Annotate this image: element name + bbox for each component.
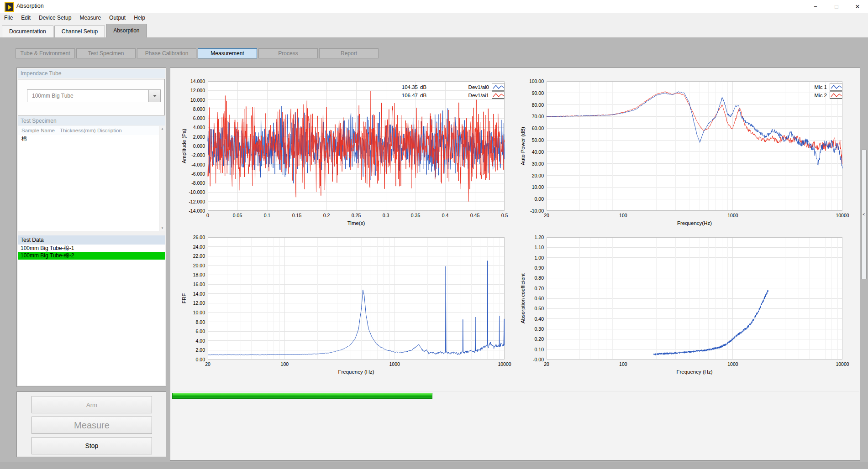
y-tick-label: 100.00: [516, 78, 544, 84]
x-tick-label: 0.3: [383, 213, 389, 218]
y-tick-label: 0.30: [516, 326, 544, 332]
y-tick-label: -0.00: [516, 357, 544, 362]
legend-plot-icon: [830, 91, 842, 99]
y-tick-label: -10.00: [516, 208, 544, 214]
y-axis-label: Amplitude (Pa): [181, 129, 187, 163]
y-tick-label: 1.10: [516, 245, 544, 250]
y-tick-label: 6.00: [178, 328, 205, 334]
x-tick-label: 0: [206, 213, 209, 218]
x-tick-label: 0.15: [292, 213, 301, 218]
x-tick-label: 10000: [836, 361, 849, 367]
legend-label: Mic 1: [791, 84, 830, 90]
x-tick-label: 0.1: [264, 213, 271, 218]
time-chart: [208, 81, 505, 211]
y-tick-label: 20.00: [178, 263, 205, 268]
auto-chart: [547, 81, 842, 211]
y-tick-label: 22.00: [178, 253, 205, 259]
legend-plot-icon: [492, 83, 505, 91]
channel-readout: 104.35dBDev1/ai0: [391, 83, 505, 91]
x-tick-label: 100: [281, 361, 289, 367]
x-tick-label: 0.2: [323, 213, 330, 218]
readout-value: 106.47: [391, 93, 418, 98]
x-tick-label: 1000: [389, 361, 400, 367]
legend-label: Mic 2: [791, 93, 830, 98]
frf-chart: [208, 237, 505, 360]
y-tick-label: 8.00: [178, 319, 205, 325]
y-tick-label: -12.000: [178, 199, 205, 204]
x-tick-label: 20: [544, 213, 549, 218]
x-axis-label: Time(s): [347, 220, 365, 226]
y-tick-label: 80.00: [516, 102, 544, 108]
y-tick-label: -10.000: [178, 189, 205, 195]
y-axis-label: Absorption coefficient: [520, 273, 526, 323]
x-tick-label: 10000: [498, 361, 511, 367]
y-tick-label: 24.00: [178, 244, 205, 250]
readout-unit: dB: [418, 84, 431, 90]
y-axis-label: Auto Power (dB): [520, 127, 526, 165]
channel-name: Dev1/ai0: [431, 84, 492, 90]
y-tick-label: 18.00: [178, 272, 205, 277]
y-tick-label: 16.00: [178, 281, 205, 287]
y-tick-label: 0.10: [516, 347, 544, 352]
x-tick-label: 0.5: [501, 213, 508, 218]
readout-value: 104.35: [391, 84, 418, 90]
y-tick-label: 0.20: [516, 336, 544, 342]
y-tick-label: 1.20: [516, 234, 544, 240]
y-tick-label: 14.000: [178, 78, 205, 84]
y-tick-label: 20.00: [516, 173, 544, 178]
y-tick-label: 0.00: [516, 196, 544, 202]
y-tick-label: 1.00: [516, 255, 544, 261]
x-tick-label: 1000: [727, 213, 738, 218]
y-tick-label: 10.000: [178, 97, 205, 103]
legend-plot-icon: [830, 83, 842, 91]
tab-absorption[interactable]: Absorption: [106, 24, 147, 37]
x-tick-label: 1000: [727, 361, 738, 367]
x-tick-label: 0.25: [352, 213, 361, 218]
legend-plot-icon: [492, 91, 505, 99]
right-panel-expander[interactable]: <: [861, 150, 867, 279]
x-tick-label: 0.35: [411, 213, 420, 218]
y-tick-label: -8.000: [178, 180, 205, 186]
x-axis-label: Frequency (Hz): [338, 369, 374, 375]
x-tick-label: 0.45: [470, 213, 479, 218]
y-tick-label: 2.00: [178, 347, 205, 353]
x-tick-label: 100: [619, 361, 627, 367]
legend-entry: Mic 1: [791, 83, 842, 91]
y-tick-label: -6.000: [178, 171, 205, 177]
bottom-strip: 画图: [0, 462, 868, 469]
x-axis-label: Frequency(Hz): [677, 220, 712, 226]
y-tick-label: 0.00: [178, 357, 205, 362]
legend-entry: Mic 2: [791, 91, 842, 99]
y-axis-label: FRF: [181, 293, 187, 303]
y-tick-label: 6.000: [178, 115, 205, 121]
y-tick-label: 4.00: [178, 338, 205, 344]
y-tick-label: 10.00: [178, 310, 205, 315]
x-tick-label: 0.05: [233, 213, 242, 218]
abs-chart: [547, 237, 842, 360]
x-tick-label: 100: [619, 213, 627, 218]
y-tick-label: -14.000: [178, 208, 205, 214]
x-tick-label: 20: [544, 361, 549, 367]
readout-unit: dB: [418, 93, 431, 98]
x-tick-label: 10000: [836, 213, 849, 218]
x-axis-label: Frequency (Hz): [676, 369, 712, 375]
y-tick-label: 90.00: [516, 90, 544, 96]
y-tick-label: 10.00: [516, 184, 544, 190]
y-tick-label: 70.00: [516, 114, 544, 119]
channel-name: Dev1/ai1: [431, 93, 492, 98]
y-tick-label: 8.000: [178, 106, 205, 112]
y-tick-label: 0.90: [516, 265, 544, 271]
charts-overlay: 14.00012.00010.0008.0006.0004.0002.0000.…: [0, 0, 868, 469]
channel-readout: 106.47dBDev1/ai1: [391, 91, 505, 99]
x-tick-label: 0.4: [442, 213, 449, 218]
x-tick-label: 20: [205, 361, 210, 367]
y-tick-label: 26.00: [178, 234, 205, 240]
y-tick-label: 12.000: [178, 88, 205, 93]
